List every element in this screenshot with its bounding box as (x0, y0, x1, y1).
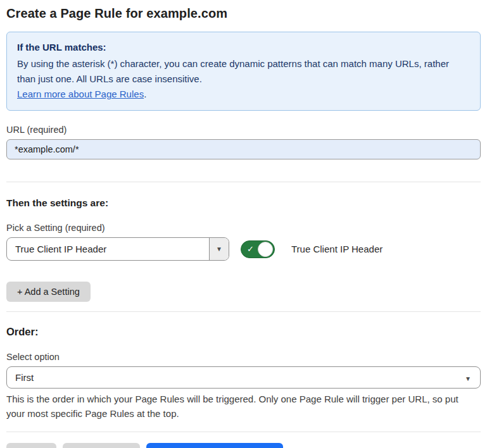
info-box-heading: If the URL matches: (17, 40, 470, 55)
toggle-label: True Client IP Header (291, 244, 383, 254)
chevron-down-icon: ▼ (216, 246, 222, 252)
chevron-down-icon: ▼ (465, 375, 471, 382)
toggle-wrap: ✓ True Client IP Header (241, 240, 383, 258)
section-divider (6, 182, 481, 182)
save-and-deploy-button[interactable]: Save and Deploy Page Rule (146, 443, 283, 448)
setting-select[interactable]: True Client IP Header ▼ (6, 237, 229, 261)
section-divider (6, 311, 481, 312)
setting-select-value: True Client IP Header (7, 244, 209, 254)
page-rule-form: Create a Page Rule for example.com If th… (0, 0, 487, 448)
save-as-draft-button[interactable]: Save as Draft (63, 443, 140, 448)
order-select[interactable]: First ▼ (6, 366, 481, 389)
add-setting-button[interactable]: + Add a Setting (6, 282, 91, 302)
actions-row: Cancel Save as Draft Save and Deploy Pag… (6, 443, 481, 448)
learn-more-link[interactable]: Learn more about Page Rules (17, 89, 144, 99)
setting-row: True Client IP Header ▼ ✓ True Client IP… (6, 237, 481, 261)
order-section-heading: Order: (6, 326, 481, 338)
order-help-text: This is the order in which your Page Rul… (6, 392, 478, 421)
toggle-knob (258, 242, 273, 257)
order-select-value: First (7, 372, 465, 383)
cancel-button[interactable]: Cancel (6, 443, 56, 448)
check-icon: ✓ (247, 245, 254, 253)
order-select-label: Select option (6, 352, 481, 362)
order-arrow-wrap: ▼ (465, 372, 480, 383)
setting-select-arrow-button[interactable]: ▼ (209, 238, 229, 260)
setting-picker-label: Pick a Setting (required) (6, 223, 481, 233)
url-match-info-box: If the URL matches: By using the asteris… (6, 32, 481, 111)
info-box-body: By using the asterisk (*) character, you… (17, 56, 470, 87)
page-title: Create a Page Rule for example.com (6, 6, 481, 21)
settings-section-heading: Then the settings are: (6, 197, 481, 209)
link-suffix: . (144, 89, 146, 99)
info-link-line: Learn more about Page Rules. (17, 87, 470, 102)
url-input[interactable] (6, 139, 481, 159)
url-field-label: URL (required) (6, 125, 481, 135)
section-divider (6, 432, 481, 432)
true-client-ip-toggle[interactable]: ✓ (241, 240, 275, 258)
